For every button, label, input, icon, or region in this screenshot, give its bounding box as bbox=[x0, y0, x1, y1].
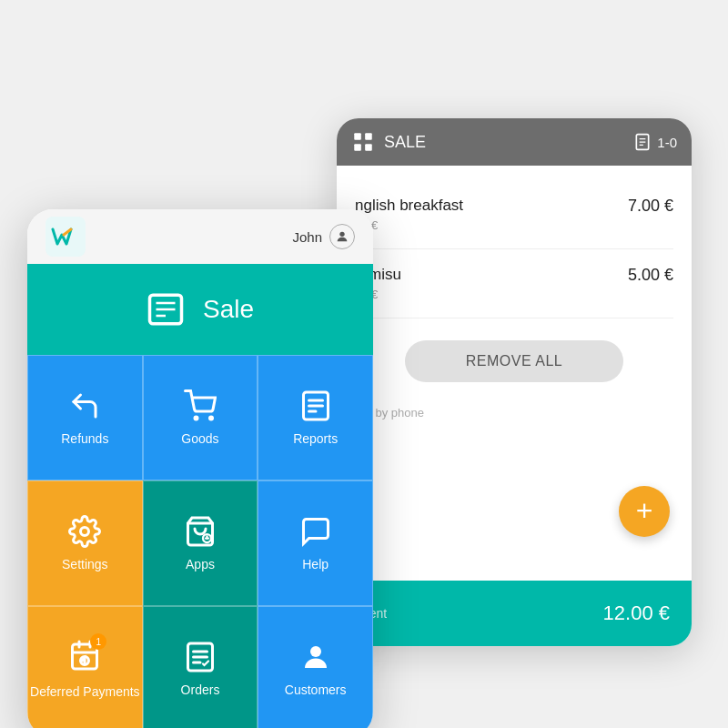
customers-tile[interactable]: Customers bbox=[258, 606, 373, 728]
sale-header-left: SALE bbox=[351, 130, 426, 154]
settings-icon bbox=[68, 515, 101, 548]
refunds-tile[interactable]: Refunds bbox=[27, 355, 143, 480]
user-area[interactable]: John bbox=[292, 224, 355, 249]
svg-point-15 bbox=[209, 417, 212, 420]
sale-title: SALE bbox=[384, 133, 426, 152]
sale-footer[interactable]: ment 12.00 € bbox=[337, 581, 692, 646]
orders-icon bbox=[184, 641, 217, 673]
deferred-icon-wrap: 1 bbox=[68, 639, 101, 675]
deferred-payments-tile[interactable]: 1 Deferred Payments bbox=[27, 606, 143, 728]
reports-label: Reports bbox=[293, 431, 338, 446]
menu-header: John bbox=[27, 209, 373, 264]
sale-footer-amount: 12.00 € bbox=[603, 602, 670, 625]
sale-counter: 1-0 bbox=[633, 133, 677, 151]
app-logo bbox=[46, 217, 86, 257]
grid-icon bbox=[351, 130, 375, 154]
user-name: John bbox=[292, 229, 322, 245]
settings-tile[interactable]: Settings bbox=[27, 480, 143, 606]
deferred-badge: 1 bbox=[90, 633, 106, 650]
receipt-icon bbox=[633, 133, 652, 151]
orders-label: Orders bbox=[181, 682, 220, 697]
apps-label: Apps bbox=[186, 557, 215, 571]
apps-tile[interactable]: Apps bbox=[143, 480, 258, 606]
refunds-label: Refunds bbox=[61, 431, 108, 446]
sale-item-2: ramisu 00 € 5.00 € bbox=[355, 249, 673, 318]
svg-rect-1 bbox=[365, 133, 372, 140]
deferred-note: red by phone bbox=[337, 397, 692, 420]
sale-icon bbox=[147, 290, 185, 329]
refunds-icon bbox=[68, 389, 101, 422]
goods-icon bbox=[184, 389, 217, 422]
remove-all-row: REMOVE ALL bbox=[355, 318, 673, 382]
scene: SALE 1-0 nglish breakfast 00 € 7.00 € bbox=[18, 46, 710, 682]
svg-rect-0 bbox=[354, 133, 361, 140]
menu-phone: John Sale bbox=[27, 209, 373, 728]
svg-point-34 bbox=[310, 646, 321, 657]
help-tile[interactable]: Help bbox=[258, 480, 373, 606]
sale-header: SALE 1-0 bbox=[337, 118, 692, 166]
sale-item-1-name: nglish breakfast bbox=[355, 197, 463, 215]
user-avatar-icon bbox=[329, 224, 355, 249]
deferred-payments-label: Deferred Payments bbox=[30, 684, 140, 699]
svg-rect-8 bbox=[46, 217, 86, 257]
apps-icon bbox=[184, 515, 217, 548]
svg-rect-3 bbox=[365, 144, 372, 151]
settings-label: Settings bbox=[62, 557, 108, 571]
reports-icon bbox=[299, 389, 332, 422]
customers-label: Customers bbox=[285, 682, 347, 697]
sale-body: nglish breakfast 00 € 7.00 € ramisu 00 €… bbox=[337, 166, 692, 397]
svg-point-9 bbox=[339, 232, 344, 237]
orders-tile[interactable]: Orders bbox=[143, 606, 258, 728]
customers-icon bbox=[299, 641, 332, 673]
plus-icon: + bbox=[636, 496, 653, 525]
help-icon bbox=[299, 515, 332, 548]
help-label: Help bbox=[302, 557, 329, 571]
reports-tile[interactable]: Reports bbox=[258, 355, 373, 480]
sale-phone: SALE 1-0 nglish breakfast 00 € 7.00 € bbox=[337, 118, 692, 646]
remove-all-button[interactable]: REMOVE ALL bbox=[405, 340, 623, 382]
sale-item-2-price: 5.00 € bbox=[628, 266, 673, 285]
sale-item-1-price: 7.00 € bbox=[628, 197, 673, 216]
svg-point-14 bbox=[195, 417, 197, 420]
menu-grid: Refunds Goods Reports bbox=[27, 355, 373, 728]
goods-tile[interactable]: Goods bbox=[143, 355, 258, 480]
svg-point-20 bbox=[81, 528, 89, 536]
goods-label: Goods bbox=[181, 431, 218, 446]
sale-tile-label: Sale bbox=[203, 295, 254, 324]
sale-tile[interactable]: Sale bbox=[27, 264, 373, 355]
counter-value: 1-0 bbox=[657, 135, 677, 150]
svg-rect-2 bbox=[354, 144, 361, 151]
add-item-fab[interactable]: + bbox=[619, 486, 670, 537]
sale-item-1: nglish breakfast 00 € 7.00 € bbox=[355, 180, 673, 249]
